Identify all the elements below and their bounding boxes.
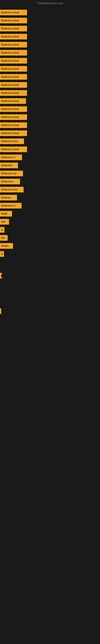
bar-row <box>0 286 100 294</box>
bottleneck-bar[interactable]: Bottleneck <box>0 162 18 168</box>
bar-row: Bottlen <box>0 242 100 250</box>
bar-row: Bottleneck result <box>0 24 100 32</box>
bar-row: Bottleneck result <box>0 81 100 89</box>
bar-row <box>0 258 100 265</box>
bar-row <box>0 300 100 307</box>
bar-row: Bottleneck <box>0 162 100 170</box>
bottleneck-bar[interactable]: Bottleneck resu <box>0 187 24 192</box>
bar-row: Bottleneck re <box>0 153 100 162</box>
bar-row: Bottleneck result <box>0 49 100 57</box>
bottleneck-bar[interactable]: Bottleneck result <box>0 130 27 136</box>
bars-container: Bottleneck resultBottleneck resultBottle… <box>0 6 100 317</box>
bottleneck-bar[interactable]: Bottleneck result <box>0 10 27 15</box>
bottleneck-bar[interactable]: ▌ <box>0 273 2 278</box>
bar-row: Bottleneck result <box>0 121 100 129</box>
bar-row: Bottleneck result <box>0 32 100 41</box>
bottleneck-bar[interactable]: Bottleneck res <box>0 171 23 176</box>
bottleneck-bar[interactable]: Bottleneck result <box>0 26 27 32</box>
bottleneck-bar[interactable]: Bottleneck result <box>0 106 27 112</box>
bottleneck-bar[interactable]: Bottleneck result <box>0 90 27 96</box>
bar-row: Bottleneck result <box>0 65 100 73</box>
bottleneck-bar[interactable]: Bott <box>0 219 9 224</box>
bottleneck-bar[interactable]: Bottleneck result <box>0 114 27 120</box>
bar-row <box>0 307 100 315</box>
bottleneck-bar[interactable]: Bottlen <box>0 243 13 249</box>
bar-row: Bottleneck result <box>0 97 100 105</box>
bar-row: Bottleneck result <box>0 16 100 24</box>
bottleneck-bar[interactable]: Bottleneck resu <box>0 138 24 144</box>
bar-row: Bottleneck res <box>0 170 100 178</box>
bar-row: Bottleneck result <box>0 89 100 97</box>
bottleneck-bar[interactable]: Bottleneck re <box>0 203 22 208</box>
bottleneck-bar[interactable]: Bottleneck r <box>0 179 20 184</box>
bar-row: Bottleneck result <box>0 145 100 153</box>
bar-row <box>0 265 100 272</box>
bar-row: B <box>0 226 100 234</box>
bar-row: Bottleneck re <box>0 202 100 210</box>
bottleneck-bar[interactable]: Bottlenec <box>0 195 17 200</box>
bottleneck-bar[interactable] <box>0 308 1 314</box>
bottleneck-bar[interactable]: Bottleneck result <box>0 34 27 40</box>
bar-row: Bottleneck result <box>0 73 100 81</box>
bar-row <box>0 280 100 286</box>
bottleneck-bar[interactable]: Bottleneck result <box>0 146 27 152</box>
bottleneck-bar[interactable]: Bot <box>0 235 8 241</box>
bar-row: Bottleneck result <box>0 8 100 16</box>
bar-row: Bottleneck r <box>0 178 100 186</box>
bottleneck-bar[interactable]: Bottleneck result <box>0 58 27 64</box>
bottleneck-bar[interactable]: Bottleneck result <box>0 18 27 23</box>
bar-row: Bottleneck result <box>0 41 100 49</box>
bar-row: ▌ <box>0 272 100 280</box>
bottleneck-bar[interactable]: Bottleneck result <box>0 66 27 72</box>
bar-row: Bottle <box>0 210 100 218</box>
bottleneck-bar[interactable]: Bottleneck result <box>0 42 27 48</box>
bar-row: Bottleneck resu <box>0 186 100 194</box>
bottleneck-bar[interactable]: Bottleneck re <box>0 154 22 160</box>
bar-row: Bottleneck resu <box>0 137 100 145</box>
bar-row: B <box>0 250 100 258</box>
bottleneck-bar[interactable]: Bottleneck result <box>0 82 27 88</box>
bar-row: Bottlenec <box>0 194 100 202</box>
bar-row: Bottleneck result <box>0 105 100 113</box>
bar-row: Bot <box>0 234 100 242</box>
bottleneck-bar[interactable]: B <box>0 251 4 257</box>
bar-row: Bott <box>0 218 100 226</box>
bar-row: Bottleneck result <box>0 57 100 65</box>
bottleneck-bar[interactable]: Bottleneck result <box>0 122 27 128</box>
site-title: TheBottlenecker.com <box>0 0 100 6</box>
bar-row: Bottleneck result <box>0 113 100 121</box>
bottleneck-bar[interactable]: B <box>0 227 4 233</box>
bar-row <box>0 294 100 300</box>
bottleneck-bar[interactable]: Bottleneck result <box>0 98 26 104</box>
bar-row: Bottleneck result <box>0 129 100 137</box>
bottleneck-bar[interactable]: Bottle <box>0 211 12 216</box>
bottleneck-bar[interactable]: Bottleneck result <box>0 50 27 56</box>
bottleneck-bar[interactable]: Bottleneck result <box>0 74 27 80</box>
